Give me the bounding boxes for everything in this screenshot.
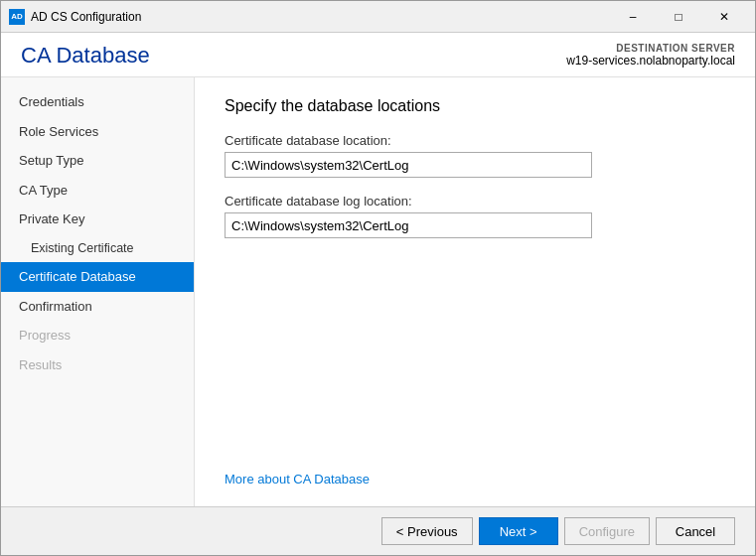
sidebar-item-role-services[interactable]: Role Services (1, 117, 194, 147)
sidebar-item-private-key[interactable]: Private Key (1, 205, 194, 234)
title-bar-controls: – □ ✕ (610, 1, 747, 33)
previous-button[interactable]: < Previous (381, 517, 473, 545)
sidebar-item-credentials[interactable]: Credentials (1, 87, 194, 117)
app-icon: AD (9, 9, 25, 25)
title-bar: AD AD CS Configuration – □ ✕ (1, 1, 755, 33)
configure-button[interactable]: Configure (564, 517, 650, 545)
close-button[interactable]: ✕ (701, 1, 747, 33)
more-about-link[interactable]: More about CA Database (225, 472, 725, 486)
sidebar: Credentials Role Services Setup Type CA … (1, 77, 195, 506)
cert-db-group: Certificate database location: (225, 133, 725, 178)
cert-db-label: Certificate database location: (225, 133, 725, 148)
main-inner: Specify the database locations Certifica… (225, 97, 725, 486)
sidebar-item-progress: Progress (1, 321, 194, 350)
minimize-button[interactable]: – (610, 1, 656, 33)
main-window: AD AD CS Configuration – □ ✕ CA Database… (0, 0, 756, 556)
page-title: CA Database (21, 43, 150, 69)
destination-server: DESTINATION SERVER w19-services.nolabnop… (566, 43, 735, 68)
title-bar-text: AD CS Configuration (31, 10, 610, 24)
header-bar: CA Database DESTINATION SERVER w19-servi… (1, 33, 755, 77)
content-area: Credentials Role Services Setup Type CA … (1, 77, 755, 506)
next-button[interactable]: Next > (479, 517, 558, 545)
server-name: w19-services.nolabnoparty.local (566, 54, 735, 68)
cancel-button[interactable]: Cancel (656, 517, 735, 545)
spacer (225, 254, 725, 472)
cert-db-log-group: Certificate database log location: (225, 194, 725, 238)
cert-db-log-label: Certificate database log location: (225, 194, 725, 208)
footer: < Previous Next > Configure Cancel (1, 506, 755, 555)
sidebar-item-existing-certificate[interactable]: Existing Certificate (1, 234, 194, 263)
sidebar-item-certificate-database[interactable]: Certificate Database (1, 262, 194, 292)
sidebar-item-ca-type[interactable]: CA Type (1, 176, 194, 206)
section-title: Specify the database locations (225, 97, 725, 115)
sidebar-item-results: Results (1, 350, 194, 380)
maximize-button[interactable]: □ (656, 1, 701, 33)
cert-db-log-input[interactable] (225, 212, 592, 238)
destination-label: DESTINATION SERVER (566, 43, 735, 54)
main-content: Specify the database locations Certifica… (195, 77, 755, 506)
sidebar-item-setup-type[interactable]: Setup Type (1, 146, 194, 176)
cert-db-input[interactable] (225, 152, 592, 178)
sidebar-item-confirmation[interactable]: Confirmation (1, 292, 194, 322)
